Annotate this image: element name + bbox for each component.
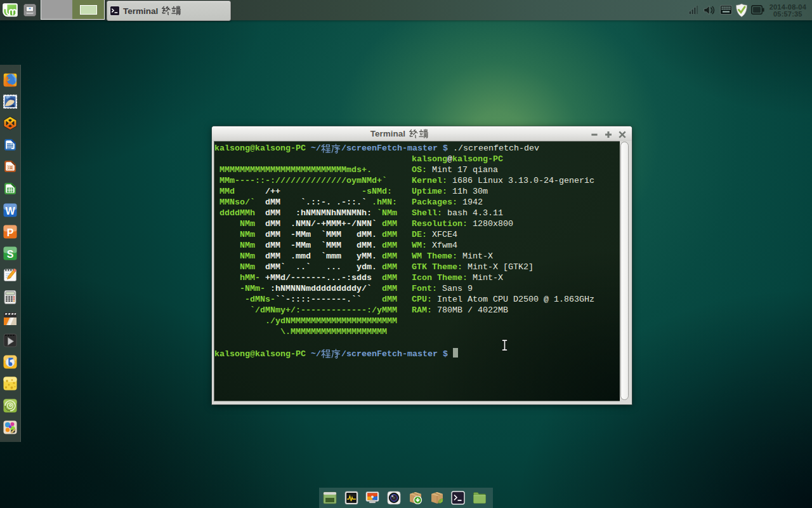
svg-text:S: S [7,249,14,260]
svg-text:P: P [7,227,14,237]
svg-text:W: W [5,205,15,216]
